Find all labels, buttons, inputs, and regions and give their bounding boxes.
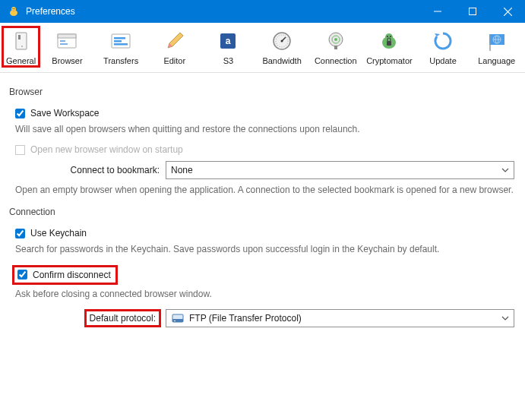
svg-point-32 [390, 36, 391, 37]
content-area: Browser Save Workspace Will save all ope… [0, 73, 525, 327]
svg-point-2 [12, 8, 13, 9]
minimize-button[interactable] [420, 0, 455, 23]
tab-label: S3 [223, 56, 233, 65]
svg-rect-17 [114, 40, 122, 43]
tab-general[interactable]: General [2, 26, 40, 68]
default-protocol-select[interactable]: FTP (File Transfer Protocol) [166, 309, 514, 327]
tab-transfers[interactable]: Transfers [94, 26, 148, 68]
svg-text:a: a [226, 36, 231, 46]
svg-rect-5 [470, 8, 476, 15]
tab-cryptomator[interactable]: Cryptomator [362, 26, 416, 68]
save-workspace-row: Save Workspace [15, 108, 517, 118]
tab-browser[interactable]: Browser [40, 26, 94, 68]
default-protocol-row: Default protocol: FTP (File Transfer Pro… [8, 309, 517, 327]
window-title: Preferences [26, 6, 420, 17]
ftp-protocol-icon [171, 311, 185, 325]
update-icon [431, 29, 455, 53]
close-button[interactable] [490, 0, 525, 23]
svg-point-3 [14, 8, 14, 9]
connect-bookmark-select[interactable]: None [166, 161, 514, 179]
svg-rect-28 [334, 46, 337, 49]
svg-rect-33 [387, 41, 391, 46]
titlebar: Preferences [0, 0, 525, 23]
tab-label: Browser [52, 56, 82, 65]
app-icon [6, 4, 21, 19]
connect-bookmark-value: None [171, 165, 501, 175]
preferences-toolbar: General Browser Transfers Editor a S3 Ba… [0, 23, 525, 73]
svg-point-31 [387, 36, 388, 37]
svg-point-30 [385, 33, 393, 41]
section-connection-heading: Connection [9, 207, 517, 217]
open-new-browser-label: Open new browser window on startup [30, 144, 183, 155]
tab-editor[interactable]: Editor [147, 26, 201, 68]
tab-language[interactable]: Language [470, 26, 523, 68]
svg-point-27 [334, 38, 337, 41]
tab-label: Transfers [103, 56, 138, 65]
open-new-browser-checkbox [15, 145, 25, 155]
tab-update[interactable]: Update [416, 26, 470, 68]
svg-point-24 [281, 40, 283, 43]
maximize-button[interactable] [455, 0, 490, 23]
confirm-disconnect-desc: Ask before closing a connected browser w… [15, 288, 517, 300]
connect-bookmark-row: Connect to bookmark: None [8, 161, 517, 179]
svg-rect-12 [58, 34, 76, 38]
section-browser-heading: Browser [9, 87, 517, 97]
svg-rect-41 [174, 321, 176, 321]
tab-label: Editor [163, 56, 185, 65]
connect-bookmark-desc: Open an empty browser when opening the a… [15, 184, 517, 196]
tab-bandwidth[interactable]: Bandwidth [255, 26, 309, 68]
tab-label: Bandwidth [262, 56, 301, 65]
svg-rect-18 [114, 43, 128, 46]
use-keychain-row: Use Keychain [15, 228, 517, 238]
tab-label: Update [429, 56, 456, 65]
confirm-disconnect-label: Confirm disconnect [33, 270, 111, 280]
browser-icon [55, 29, 79, 53]
general-icon [9, 29, 33, 53]
chevron-down-icon [501, 168, 509, 172]
chevron-down-icon [501, 316, 509, 321]
svg-point-1 [11, 7, 16, 11]
open-new-browser-row: Open new browser window on startup [15, 144, 517, 155]
save-workspace-label: Save Workspace [30, 108, 100, 118]
use-keychain-checkbox[interactable] [15, 229, 25, 238]
use-keychain-label: Use Keychain [30, 228, 87, 238]
save-workspace-checkbox[interactable] [15, 109, 25, 118]
use-keychain-desc: Search for passwords in the Keychain. Sa… [15, 243, 517, 255]
svg-rect-16 [114, 37, 125, 39]
save-workspace-desc: Will save all open browsers when quittin… [15, 123, 517, 135]
default-protocol-value: FTP (File Transfer Protocol) [189, 313, 501, 324]
confirm-disconnect-checkbox[interactable] [17, 270, 27, 279]
default-protocol-label: Default protocol: [90, 313, 156, 324]
cryptomator-icon [377, 29, 401, 53]
tab-label: General [6, 56, 36, 65]
tab-s3[interactable]: a S3 [201, 26, 255, 68]
tab-connection[interactable]: Connection [308, 26, 362, 68]
svg-point-10 [21, 46, 23, 47]
tab-label: Cryptomator [366, 56, 413, 65]
bandwidth-icon [270, 29, 294, 53]
svg-rect-8 [16, 33, 27, 49]
tab-label: Connection [315, 56, 357, 65]
default-protocol-highlight: Default protocol: [84, 309, 161, 327]
language-icon [485, 29, 509, 53]
editor-icon [163, 29, 187, 53]
transfers-icon [109, 29, 133, 53]
tab-label: Language [478, 56, 515, 65]
connect-bookmark-label: Connect to bookmark: [8, 165, 166, 175]
s3-icon: a [216, 29, 240, 53]
svg-rect-14 [60, 43, 68, 45]
svg-rect-13 [60, 40, 65, 42]
connection-icon [324, 29, 348, 53]
svg-rect-9 [18, 35, 21, 39]
confirm-disconnect-highlight: Confirm disconnect [12, 265, 118, 285]
